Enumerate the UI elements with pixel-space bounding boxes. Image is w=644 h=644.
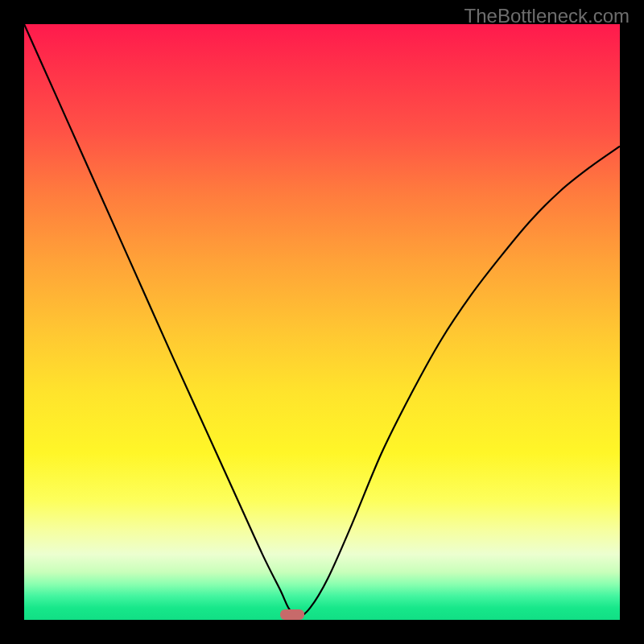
minimum-marker (280, 609, 304, 620)
bottleneck-curve (24, 24, 620, 620)
plot-area (24, 24, 620, 620)
curve-path (24, 24, 620, 617)
watermark-text: TheBottleneck.com (464, 5, 630, 27)
